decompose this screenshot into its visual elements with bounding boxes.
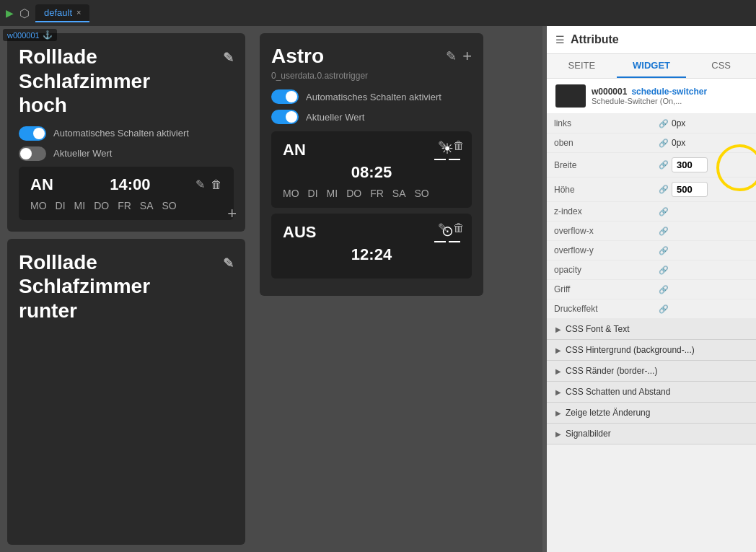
prop-link-icon-3: 🔗 [659,185,669,194]
section-arrow-4: ▶ [555,409,561,417]
rolllade-runter-edit-icon[interactable]: ✎ [223,256,234,272]
astro-widget: Astro ✎ + 0_userdata.0.astrotrigger Auto… [260,33,483,296]
astro-an-delete-btn[interactable]: 🗑 [453,139,465,152]
tab-seite[interactable]: SEITE [547,54,617,78]
properties-table: links🔗0pxoben🔗0pxBreite🔗300Höhe🔗500z-ind… [547,114,756,319]
right-panel: ☰ Attribute SEITE WIDGET CSS w000001 sch… [547,26,756,552]
play-icon[interactable]: ▶ [6,7,14,19]
prop-value-cell-4[interactable]: 🔗 [651,202,756,222]
prop-link-icon-1: 🔗 [659,139,669,148]
add-schedule-btn[interactable]: + [227,204,237,223]
toggle-aktuell-wert[interactable] [19,146,46,161]
toggle-row-2: Aktueller Wert [19,146,234,161]
astro-aus-delete-btn[interactable]: 🗑 [453,221,465,235]
section-arrow-0: ▶ [555,325,561,333]
prop-link-icon-7: 🔗 [659,266,669,275]
prop-value-cell-2[interactable]: 🔗300 [651,153,756,178]
prop-row-oben: oben🔗0px [547,133,756,153]
left-column: Rolllade Schlafzimmer hoch ✎ Automatisch… [0,26,252,552]
prop-value-cell-1[interactable]: 🔗0px [651,133,756,153]
astro-toggle-row-2: Aktueller Wert [271,110,472,124]
astro-subtitle: 0_userdata.0.astrotrigger [271,71,472,81]
widget-desc-text: Schedule-Switcher (On,... [592,97,707,105]
prop-link-icon-2: 🔗 [659,160,669,170]
section-label-4: Zeige letzte Änderung [566,408,650,418]
prop-value-cell-3[interactable]: 🔗500 [651,178,756,202]
astro-toggle-1[interactable] [271,89,299,104]
rolllade-runter-widget: Rolllade Schlafzimmer runter ✎ [7,239,245,545]
prop-value-1[interactable]: 0px [672,138,685,148]
widget-info-text: w000001 schedule-switcher Schedule-Switc… [592,87,707,105]
sections-container: ▶CSS Font & Text▶CSS Hintergrund (backgr… [547,319,756,444]
widget-id-label: w000001 [7,31,40,40]
prop-value-cell-0[interactable]: 🔗0px [651,114,756,133]
panel-header: ☰ Attribute [547,26,756,54]
prop-value-cell-5[interactable]: 🔗 [651,222,756,241]
prop-name-0: links [547,114,651,133]
prop-row-z-index: z-index🔗 [547,202,756,222]
astro-add-btn[interactable]: + [462,47,472,66]
panel-title-icon: ☰ [555,34,565,45]
prop-value-cell-9[interactable]: 🔗 [651,299,756,319]
prop-link-icon-8: 🔗 [659,285,669,294]
prop-row-overflow-y: overflow-y🔗 [547,241,756,260]
astro-toggle-2[interactable] [271,110,299,124]
astro-aus-time: 12:24 [283,245,460,264]
rolllade-hoch-widget: Rolllade Schlafzimmer hoch ✎ Automatisch… [7,33,245,232]
tab-default[interactable]: default × [35,4,89,22]
widget-info-row: w000001 schedule-switcher Schedule-Switc… [547,79,756,114]
widget-type-text: schedule-switcher [631,87,707,97]
astro-an-header: AN ☀ [283,140,460,160]
panel-tabs: SEITE WIDGET CSS [547,54,756,79]
prop-link-icon-9: 🔗 [659,305,669,314]
astro-toggle-label-1: Automatisches Schalten aktiviert [306,92,441,102]
astro-toggle-row-1: Automatisches Schalten aktiviert [271,89,472,104]
prop-name-7: opacity [547,260,651,280]
layers-icon[interactable]: ⬡ [19,6,30,20]
widget-edit-icon[interactable]: ✎ [223,51,234,66]
section-arrow-3: ▶ [555,388,561,396]
section-1[interactable]: ▶CSS Hintergrund (background-...) [547,340,756,361]
prop-value-cell-8[interactable]: 🔗 [651,280,756,299]
astro-an-edit-btn[interactable]: ✎ [438,139,447,152]
section-4[interactable]: ▶Zeige letzte Änderung [547,403,756,424]
schedule-edit-btn[interactable]: ✎ [195,178,205,191]
tab-css[interactable]: CSS [686,54,756,78]
tab-widget[interactable]: WIDGET [617,54,687,78]
astro-title-row: Astro ✎ + [271,45,472,68]
section-3[interactable]: ▶CSS Schatten und Abstand [547,382,756,403]
tab-close-icon[interactable]: × [76,8,81,17]
section-label-2: CSS Ränder (border-...) [566,366,657,376]
astro-edit-icon[interactable]: ✎ [446,48,457,64]
prop-row-links: links🔗0px [547,114,756,133]
schedule-delete-btn[interactable]: 🗑 [211,178,222,191]
astro-schedule-aus: AUS ⊙ ✎ 🗑 [271,214,472,279]
section-label-0: CSS Font & Text [566,324,629,334]
prop-value-2[interactable]: 300 [672,157,708,172]
prop-value-3[interactable]: 500 [672,182,708,197]
prop-value-cell-6[interactable]: 🔗 [651,241,756,260]
panel-title: Attribute [571,33,619,46]
prop-name-5: overflow-x [547,222,651,241]
astro-an-actions: ✎ 🗑 [438,139,465,152]
widget-thumbnail [555,84,586,108]
astro-toggle-label-2: Aktueller Wert [306,112,364,123]
prop-value-cell-7[interactable]: 🔗 [651,260,756,280]
toggle-label-1: Automatisches Schalten aktiviert [53,128,189,139]
schedule-time: 14:00 [110,175,150,194]
toggle-auto-schalten[interactable] [19,126,46,141]
section-5[interactable]: ▶Signalbilder [547,424,756,444]
schedule-block-1: AN 14:00 ✎ 🗑 MO DI MI DO FR [19,167,234,220]
widget-title-row: Rolllade Schlafzimmer hoch ✎ [19,45,234,126]
astro-aus-label: AUS [283,223,316,242]
prop-row-druckeffekt: Druckeffekt🔗 [547,299,756,319]
prop-row-overflow-x: overflow-x🔗 [547,222,756,241]
section-0[interactable]: ▶CSS Font & Text [547,319,756,340]
section-arrow-5: ▶ [555,430,561,438]
toggle-row-1: Automatisches Schalten aktiviert [19,126,234,141]
prop-name-6: overflow-y [547,241,651,260]
section-2[interactable]: ▶CSS Ränder (border-...) [547,361,756,382]
astro-aus-edit-btn[interactable]: ✎ [438,221,447,235]
widget-title: Rolllade Schlafzimmer hoch [19,45,150,118]
prop-value-0[interactable]: 0px [672,118,685,128]
